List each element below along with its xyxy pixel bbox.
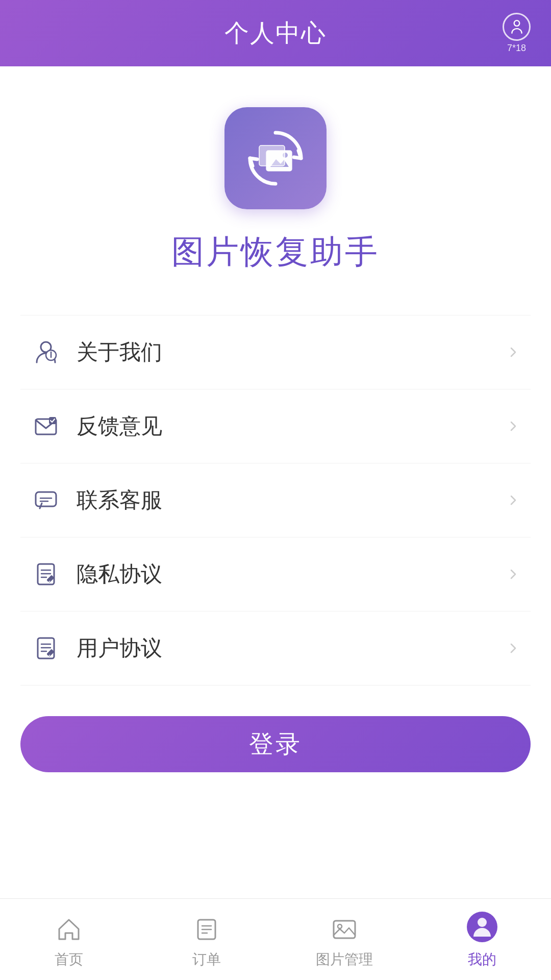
badge-text: 7*18 xyxy=(507,43,526,54)
login-button[interactable]: 登录 xyxy=(20,716,531,772)
chevron-icon-user-agreement xyxy=(505,641,520,656)
nav-item-photos[interactable]: 图片管理 xyxy=(276,909,413,969)
menu-list: 关于我们 反馈意见 xyxy=(0,315,551,685)
header: 个人中心 7*18 xyxy=(0,0,551,66)
menu-label-privacy: 隐私协议 xyxy=(77,560,505,589)
home-icon xyxy=(54,914,84,945)
chevron-icon-about xyxy=(505,345,520,360)
page-title: 个人中心 xyxy=(224,17,327,50)
svg-point-32 xyxy=(478,918,487,927)
chat-icon xyxy=(31,485,61,516)
nav-label-home: 首页 xyxy=(55,950,83,969)
app-name: 图片恢复助手 xyxy=(171,230,380,274)
bottom-nav: 首页 订单 图片管理 xyxy=(0,898,551,980)
mail-icon xyxy=(31,411,61,442)
privacy-document-icon xyxy=(31,559,61,590)
nav-label-mine: 我的 xyxy=(468,950,496,969)
menu-item-about[interactable]: 关于我们 xyxy=(20,315,531,389)
svg-point-31 xyxy=(338,924,342,928)
svg-point-0 xyxy=(514,20,519,26)
svg-point-8 xyxy=(51,352,52,353)
person-icon xyxy=(31,337,61,368)
menu-label-about: 关于我们 xyxy=(77,338,505,366)
chevron-icon-feedback xyxy=(505,419,520,434)
login-section: 登录 xyxy=(0,685,551,793)
svg-rect-30 xyxy=(334,921,355,938)
menu-label-contact: 联系客服 xyxy=(77,486,505,514)
nav-label-photos: 图片管理 xyxy=(316,950,373,969)
chevron-icon-privacy xyxy=(505,567,520,582)
app-logo xyxy=(224,107,327,209)
image-icon xyxy=(329,914,360,945)
badge-circle xyxy=(503,13,531,41)
menu-label-user-agreement: 用户协议 xyxy=(77,634,505,663)
nav-label-orders: 订单 xyxy=(192,950,221,969)
chevron-icon-contact xyxy=(505,493,520,508)
menu-item-contact[interactable]: 联系客服 xyxy=(20,463,531,537)
svg-rect-11 xyxy=(36,492,56,506)
nav-item-mine[interactable]: 我的 xyxy=(413,909,551,969)
person-nav-icon xyxy=(467,914,497,945)
menu-item-feedback[interactable]: 反馈意见 xyxy=(20,389,531,463)
order-icon xyxy=(191,914,222,945)
header-badge: 7*18 xyxy=(503,13,531,54)
menu-label-feedback: 反馈意见 xyxy=(77,412,505,440)
logo-section: 图片恢复助手 xyxy=(0,66,551,315)
mine-avatar xyxy=(467,912,497,942)
menu-item-privacy[interactable]: 隐私协议 xyxy=(20,537,531,611)
nav-item-orders[interactable]: 订单 xyxy=(138,909,276,969)
nav-item-home[interactable]: 首页 xyxy=(0,909,138,969)
svg-rect-4 xyxy=(259,145,285,166)
user-agreement-document-icon xyxy=(31,633,61,664)
menu-item-user-agreement[interactable]: 用户协议 xyxy=(20,611,531,685)
